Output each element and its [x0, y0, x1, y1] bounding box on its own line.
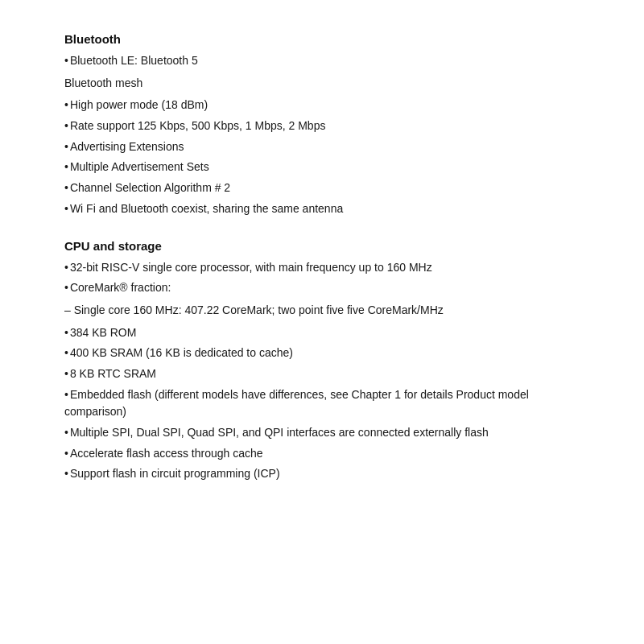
item-text: Support flash in circuit programming (IC… — [70, 467, 280, 480]
bullet-icon: • — [64, 261, 68, 274]
list-item: •Advertising Extensions — [64, 137, 580, 158]
item-text: Accelerate flash access through cache — [70, 447, 263, 460]
list-item: •Multiple Advertisement Sets — [64, 157, 580, 178]
item-text: 32-bit RISC-V single core processor, wit… — [70, 261, 432, 274]
section-title-cpu: CPU and storage — [64, 239, 580, 253]
list-item: •High power mode (18 dBm) — [64, 95, 580, 116]
list-item: •Rate support 125 Kbps, 500 Kbps, 1 Mbps… — [64, 116, 580, 137]
list-item: •32-bit RISC-V single core processor, wi… — [64, 258, 580, 279]
list-item: •Channel Selection Algorithm # 2 — [64, 178, 580, 199]
bullet-icon: • — [64, 160, 68, 173]
bullet-icon: • — [64, 181, 68, 194]
bullet-icon: • — [64, 119, 68, 132]
section-cpu: CPU and storage•32-bit RISC-V single cor… — [64, 239, 580, 485]
item-text: 8 KB RTC SRAM — [70, 367, 156, 380]
item-text: CoreMark® fraction: — [70, 281, 171, 294]
list-item: •Multiple SPI, Dual SPI, Quad SPI, and Q… — [64, 423, 580, 444]
page-container: Bluetooth•Bluetooth LE: Bluetooth 5Bluet… — [0, 0, 644, 536]
list-item: •Support flash in circuit programming (I… — [64, 464, 580, 485]
bullet-icon: • — [64, 326, 68, 339]
bullet-list-bluetooth: •Bluetooth LE: Bluetooth 5Bluetooth mesh… — [64, 51, 580, 220]
bullet-icon: • — [64, 388, 68, 401]
list-item: •Bluetooth LE: Bluetooth 5 — [64, 51, 580, 72]
item-text: High power mode (18 dBm) — [70, 98, 208, 111]
item-text: Advertising Extensions — [70, 140, 184, 153]
item-text: 384 KB ROM — [70, 326, 136, 339]
bullet-icon: • — [64, 281, 68, 294]
bullet-icon: • — [64, 98, 68, 111]
item-text: Multiple SPI, Dual SPI, Quad SPI, and QP… — [70, 426, 489, 439]
bullet-list-cpu: •32-bit RISC-V single core processor, wi… — [64, 258, 580, 485]
list-item: •Accelerate flash access through cache — [64, 444, 580, 464]
item-text: Multiple Advertisement Sets — [70, 160, 209, 173]
item-text: 400 KB SRAM (16 KB is dedicated to cache… — [70, 346, 293, 359]
list-item: – Single core 160 MHz: 407.22 CoreMark; … — [64, 300, 580, 321]
bullet-icon: • — [64, 140, 68, 153]
bullet-icon: • — [64, 426, 68, 439]
bullet-icon: • — [64, 54, 68, 67]
list-item: Bluetooth mesh — [64, 73, 580, 94]
bullet-icon: • — [64, 467, 68, 480]
bullet-icon: • — [64, 447, 68, 460]
list-item: •CoreMark® fraction: — [64, 278, 580, 299]
list-item: •400 KB SRAM (16 KB is dedicated to cach… — [64, 343, 580, 364]
bullet-icon: • — [64, 202, 68, 215]
list-item: •8 KB RTC SRAM — [64, 364, 580, 385]
item-text: Channel Selection Algorithm # 2 — [70, 181, 230, 194]
section-title-bluetooth: Bluetooth — [64, 32, 580, 46]
section-bluetooth: Bluetooth•Bluetooth LE: Bluetooth 5Bluet… — [64, 32, 580, 220]
item-text: Embedded flash (different models have di… — [64, 388, 529, 419]
list-item: •Embedded flash (different models have d… — [64, 385, 580, 423]
bullet-icon: • — [64, 367, 68, 380]
list-item: •384 KB ROM — [64, 323, 580, 344]
item-text: Rate support 125 Kbps, 500 Kbps, 1 Mbps,… — [70, 119, 326, 132]
list-item: •Wi Fi and Bluetooth coexist, sharing th… — [64, 199, 580, 220]
item-text: Bluetooth LE: Bluetooth 5 — [70, 54, 198, 67]
bullet-icon: • — [64, 346, 68, 359]
item-text: Wi Fi and Bluetooth coexist, sharing the… — [70, 202, 343, 215]
